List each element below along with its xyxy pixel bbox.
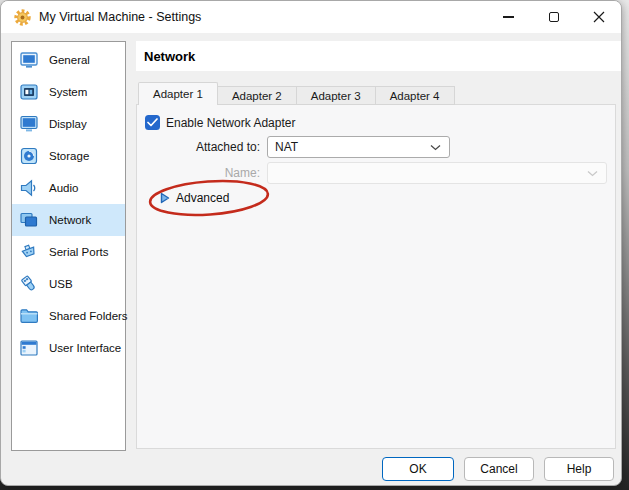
usb-icon	[18, 273, 40, 295]
audio-icon	[18, 177, 40, 199]
checkmark-icon	[147, 118, 158, 127]
tab-adapter-1[interactable]: Adapter 1	[138, 82, 218, 105]
sidebar-item-label: Shared Folders	[49, 310, 128, 322]
expander-arrow-icon	[160, 192, 170, 204]
sidebar-item-system[interactable]: System	[12, 76, 125, 108]
sidebar-item-audio[interactable]: Audio	[12, 172, 125, 204]
advanced-label: Advanced	[176, 191, 229, 205]
sidebar-item-label: Serial Ports	[49, 246, 108, 258]
sidebar-item-user-interface[interactable]: User Interface	[12, 332, 125, 364]
page-title: Network	[144, 49, 195, 64]
sidebar-item-label: USB	[49, 278, 73, 290]
sidebar-item-usb[interactable]: USB	[12, 268, 125, 300]
window-title: My Virtual Machine - Settings	[39, 10, 201, 24]
adapter-tabbar: Adapter 1 Adapter 2 Adapter 3 Adapter 4	[138, 82, 454, 105]
serial-ports-icon	[18, 241, 40, 263]
dialog-footer: OK Cancel Help	[382, 457, 614, 481]
adapter-panel: Enable Network Adapter Attached to: NAT …	[136, 104, 616, 449]
sidebar-item-storage[interactable]: Storage	[12, 140, 125, 172]
tab-adapter-4[interactable]: Adapter 4	[375, 86, 455, 105]
name-label: Name:	[137, 162, 260, 184]
help-button[interactable]: Help	[544, 457, 614, 481]
system-icon	[18, 81, 40, 103]
display-icon	[18, 113, 40, 135]
attached-to-label: Attached to:	[137, 136, 260, 158]
chevron-down-icon	[587, 170, 598, 177]
shared-folders-icon	[18, 305, 40, 327]
sidebar-item-label: Audio	[49, 182, 78, 194]
minimize-icon	[503, 16, 514, 17]
sidebar-item-serial-ports[interactable]: Serial Ports	[12, 236, 125, 268]
name-dropdown	[267, 162, 607, 184]
maximize-icon	[549, 12, 559, 22]
close-button[interactable]	[576, 1, 621, 33]
titlebar: My Virtual Machine - Settings	[1, 1, 621, 33]
sidebar-item-label: General	[49, 54, 90, 66]
enable-network-adapter-checkbox[interactable]	[145, 115, 160, 130]
sidebar-item-shared-folders[interactable]: Shared Folders	[12, 300, 125, 332]
advanced-expander[interactable]: Advanced	[160, 191, 229, 205]
tab-adapter-2[interactable]: Adapter 2	[217, 86, 297, 105]
chevron-down-icon	[430, 144, 441, 151]
sidebar-item-label: Display	[49, 118, 87, 130]
enable-network-adapter-label: Enable Network Adapter	[166, 116, 295, 130]
storage-icon	[18, 145, 40, 167]
page-header: Network	[136, 41, 621, 71]
maximize-button[interactable]	[531, 1, 576, 33]
cancel-button[interactable]: Cancel	[464, 457, 534, 481]
gear-icon	[14, 9, 31, 26]
attached-to-dropdown[interactable]: NAT	[267, 136, 450, 158]
sidebar-item-network[interactable]: Network	[12, 204, 125, 236]
settings-sidebar: General System Display	[11, 41, 126, 451]
sidebar-item-label: System	[49, 86, 87, 98]
close-icon	[593, 11, 605, 23]
sidebar-item-label: Storage	[49, 150, 89, 162]
sidebar-item-label: Network	[49, 214, 91, 226]
sidebar-item-general[interactable]: General	[12, 44, 125, 76]
user-interface-icon	[18, 337, 40, 359]
ok-button[interactable]: OK	[382, 457, 454, 481]
network-icon	[18, 209, 40, 231]
sidebar-item-display[interactable]: Display	[12, 108, 125, 140]
sidebar-item-label: User Interface	[49, 342, 121, 354]
general-icon	[18, 49, 40, 71]
settings-window: My Virtual Machine - Settings General	[0, 0, 622, 486]
tab-adapter-3[interactable]: Adapter 3	[296, 86, 376, 105]
minimize-button[interactable]	[486, 1, 531, 33]
window-controls	[486, 1, 621, 33]
attached-to-value: NAT	[275, 140, 298, 154]
